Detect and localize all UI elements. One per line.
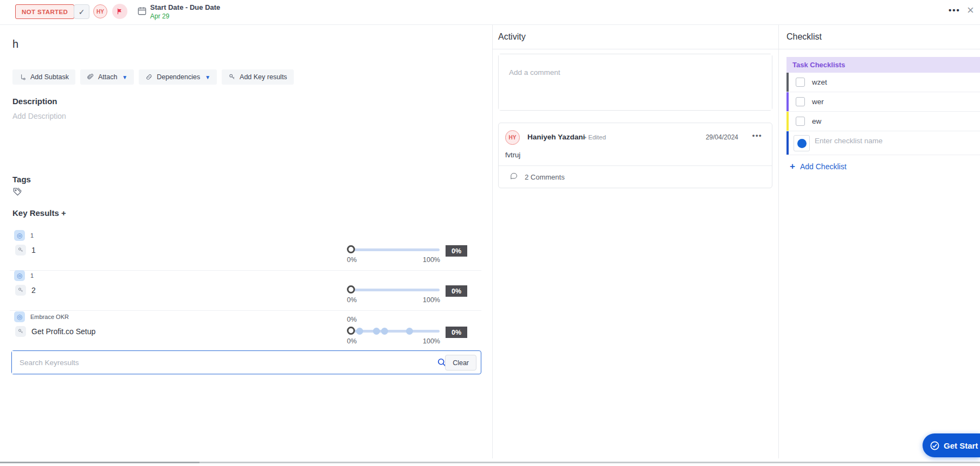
checkbox[interactable]: [796, 97, 805, 106]
activity-heading: Activity: [493, 25, 778, 49]
objective-row[interactable]: ◎ 1: [14, 270, 34, 281]
comment-input-box: [498, 54, 772, 111]
divider: [10, 310, 481, 311]
key-result-label: 2: [31, 286, 36, 295]
dependencies-button[interactable]: Dependencies ▼: [139, 69, 217, 85]
milestone-dot[interactable]: [406, 328, 413, 335]
task-title[interactable]: h: [12, 38, 18, 50]
checklist-item[interactable]: wzet: [786, 73, 980, 92]
objective-label: Embrace OKR: [30, 314, 69, 320]
tags-heading: Tags: [12, 175, 31, 184]
status-badge[interactable]: NOT STARTED: [15, 4, 74, 19]
slider-track[interactable]: [351, 248, 440, 251]
search-input[interactable]: [12, 351, 435, 374]
progress-badge: 0%: [446, 285, 467, 297]
key-icon: [228, 73, 236, 81]
progress-slider-milestones: 0% 0% 100% 0%: [347, 316, 481, 347]
checklist-heading: Checklist: [779, 25, 980, 49]
checklist-item-color-bar: [786, 131, 789, 155]
comment-more-button[interactable]: •••: [752, 131, 762, 139]
milestone-dot[interactable]: [356, 328, 363, 335]
add-key-result-plus-button[interactable]: +: [61, 208, 66, 218]
objective-row[interactable]: ◎ Embrace OKR: [14, 311, 69, 322]
comment-author: Haniyeh Yazdani: [527, 133, 585, 141]
dependencies-label: Dependencies: [157, 73, 200, 81]
key-result-row[interactable]: 1: [15, 245, 36, 256]
add-key-results-button[interactable]: Add Key results: [222, 69, 294, 85]
comment-avatar: HY: [505, 130, 520, 145]
slider-knob[interactable]: [347, 245, 355, 253]
slider-track[interactable]: [351, 330, 440, 333]
divider: [499, 165, 772, 166]
topbar: NOT STARTED ✓ HY Start Date - Due Date A…: [0, 0, 980, 25]
chevron-down-icon: ▼: [122, 74, 127, 80]
flag-priority-button[interactable]: [112, 4, 127, 19]
key-result-key-icon: [15, 285, 26, 296]
checklist-color-picker[interactable]: [794, 135, 810, 151]
comment-date: 29/04/2024: [706, 133, 738, 141]
attach-button[interactable]: Attach ▼: [80, 69, 134, 85]
description-heading: Description: [12, 97, 57, 106]
checklist-item-color-bar: [786, 112, 789, 131]
task-checklists-group-title: Task Checklists: [786, 57, 980, 73]
checklist-item-label: wzet: [812, 78, 827, 86]
complete-check-button[interactable]: ✓: [74, 4, 89, 19]
objective-target-icon: ◎: [14, 311, 25, 322]
milestone-dot[interactable]: [373, 328, 380, 335]
objective-target-icon: ◎: [14, 270, 25, 281]
milestone-dot[interactable]: [381, 328, 388, 335]
topbar-more-button[interactable]: •••: [949, 5, 960, 15]
comments-count-label: 2 Comments: [525, 173, 565, 181]
slider-knob[interactable]: [347, 327, 355, 335]
objective-label: 1: [30, 272, 34, 279]
checklist-item-color-bar: [786, 92, 789, 111]
progress-badge: 0%: [446, 245, 467, 257]
date-range-label: Start Date - Due Date: [150, 3, 220, 11]
link-icon: [145, 73, 153, 81]
key-results-search: Clear: [11, 350, 481, 374]
checklist-item[interactable]: ew: [786, 112, 980, 131]
objective-label: 1: [30, 232, 34, 239]
slider-track[interactable]: [351, 289, 440, 291]
chevron-down-icon: ▼: [205, 74, 210, 80]
key-result-row[interactable]: Get Profit.co Setup: [15, 326, 95, 337]
slider-min-label: 0%: [347, 337, 357, 345]
checkbox[interactable]: [796, 117, 805, 126]
checkbox[interactable]: [796, 78, 805, 87]
progress-badge: 0%: [446, 327, 467, 338]
get-started-button[interactable]: Get Start: [923, 433, 980, 457]
divider: [10, 270, 481, 271]
objective-target-icon: ◎: [14, 230, 25, 241]
clear-search-button[interactable]: Clear: [445, 355, 476, 371]
add-checklist-button[interactable]: + Add Checklist: [790, 161, 847, 172]
description-placeholder[interactable]: Add Description: [12, 112, 66, 120]
key-result-label: 1: [31, 246, 36, 254]
slider-knob[interactable]: [347, 285, 355, 293]
key-result-row[interactable]: 2: [15, 285, 36, 296]
comment-text: fvtruj: [505, 151, 520, 159]
checklist-item-label: wer: [812, 98, 824, 106]
paperclip-icon: [87, 73, 94, 81]
tags-icon[interactable]: [12, 187, 23, 197]
key-result-label: Get Profit.co Setup: [31, 327, 95, 336]
checklist-item[interactable]: wer: [786, 92, 980, 112]
add-subtask-button[interactable]: Add Subtask: [12, 69, 75, 85]
checklist-panel: Checklist Task Checklists wzet wer ew +: [778, 25, 980, 458]
checklist-item-color-bar: [786, 73, 789, 92]
progress-slider: 0% 100% 0%: [347, 283, 481, 303]
get-started-label: Get Start: [944, 441, 978, 450]
new-checklist-input[interactable]: [815, 137, 972, 145]
comments-count-button[interactable]: 2 Comments: [510, 172, 565, 182]
assignee-avatar[interactable]: HY: [93, 4, 107, 18]
objective-row[interactable]: ◎ 1: [14, 230, 34, 241]
close-icon[interactable]: ×: [967, 3, 974, 17]
task-actions-row: Add Subtask Attach ▼ Dependencies ▼ Add …: [12, 69, 294, 85]
slider-current-label: 0%: [347, 316, 357, 323]
add-subtask-label: Add Subtask: [30, 73, 69, 81]
date-range[interactable]: Start Date - Due Date Apr 29: [150, 3, 220, 20]
horizontal-scrollbar-thumb[interactable]: [0, 462, 199, 463]
plus-icon: +: [790, 161, 795, 172]
color-dot: [797, 139, 807, 148]
calendar-icon: [137, 6, 147, 16]
comment-textarea[interactable]: [499, 54, 772, 110]
